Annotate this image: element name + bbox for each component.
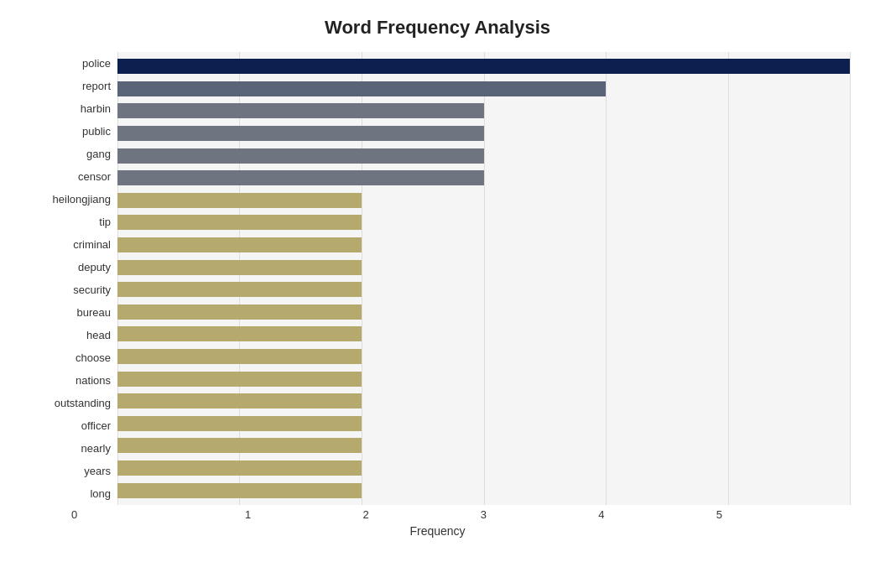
y-label: head [86, 326, 111, 345]
y-label: deputy [78, 258, 111, 277]
y-label: gang [86, 145, 111, 164]
bar-row [117, 303, 850, 321]
x-tick-label: 5 [660, 508, 778, 521]
bars-and-grid [117, 52, 850, 505]
bar-row [117, 481, 850, 500]
bar-row [117, 213, 850, 232]
bar [117, 170, 484, 185]
bar-row [117, 280, 850, 299]
x-tick-label: 1 [189, 508, 306, 521]
grid-line [850, 52, 851, 505]
chart-area: policereportharbinpublicgangcensorheilon… [25, 52, 850, 505]
bar-row [117, 347, 850, 366]
bar-row [117, 436, 850, 455]
x-tick-label: 2 [307, 508, 424, 521]
x-tick-label: 4 [543, 508, 660, 521]
x-axis-area: 0123456 Frequency [25, 508, 850, 538]
y-label: years [84, 462, 111, 481]
y-axis-labels: policereportharbinpublicgangcensorheilon… [25, 52, 117, 505]
bar [117, 237, 362, 252]
bar-row [117, 57, 850, 75]
bar [117, 193, 362, 208]
bar [117, 438, 362, 453]
y-label: security [73, 281, 111, 299]
x-labels-row: 0123456 [71, 508, 875, 521]
bar [117, 103, 484, 118]
bar [117, 282, 362, 297]
x-tick-label: 6 [779, 508, 875, 521]
bar [117, 59, 850, 74]
y-label: long [90, 485, 111, 503]
bar [117, 326, 362, 341]
x-tick-label: 0 [71, 508, 189, 521]
y-label: choose [76, 349, 111, 367]
bar-row [117, 370, 850, 388]
bar-row [117, 459, 850, 477]
x-axis-title: Frequency [409, 524, 465, 538]
bar-row [117, 101, 850, 120]
bar [117, 393, 362, 408]
bar-row [117, 236, 850, 254]
y-label: nations [76, 372, 111, 390]
y-label: tip [99, 213, 111, 232]
y-label: officer [81, 417, 111, 435]
chart-container: Word Frequency Analysis policereportharb… [0, 0, 875, 588]
chart-title: Word Frequency Analysis [325, 17, 550, 39]
bar-row [117, 414, 850, 433]
bar [117, 126, 484, 141]
y-label: bureau [77, 304, 111, 322]
bar [117, 349, 362, 364]
bar [117, 215, 362, 230]
bar-row [117, 392, 850, 410]
bar-row [117, 325, 850, 343]
bar [117, 483, 362, 498]
bar-row [117, 258, 850, 277]
y-label: harbin [81, 100, 111, 118]
bar-row [117, 80, 850, 98]
bar [117, 304, 362, 320]
bar [117, 81, 606, 96]
bar [117, 461, 362, 476]
y-label: censor [78, 168, 111, 186]
y-label: report [82, 77, 111, 96]
bar [117, 416, 362, 431]
x-tick-label: 3 [424, 508, 542, 521]
bars-wrapper [117, 52, 850, 505]
bar [117, 372, 362, 387]
bar-row [117, 169, 850, 187]
y-label: outstanding [55, 394, 111, 413]
y-label: police [82, 55, 111, 73]
y-label: criminal [73, 236, 111, 254]
y-label: nearly [81, 440, 111, 458]
bar [117, 148, 484, 164]
y-label: heilongjiang [53, 190, 111, 209]
bar-row [117, 147, 850, 165]
bar-row [117, 191, 850, 210]
bar-row [117, 124, 850, 143]
bar [117, 260, 362, 275]
y-label: public [82, 122, 111, 141]
